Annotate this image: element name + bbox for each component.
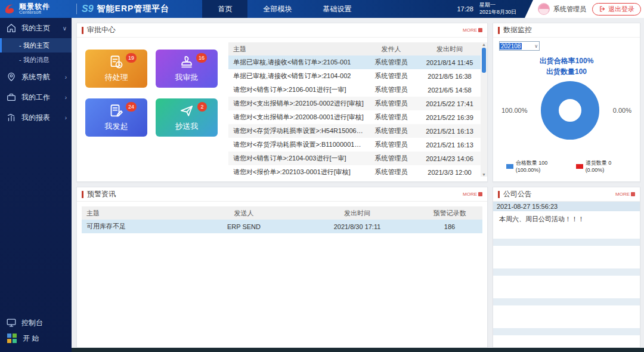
alerts-panel-header: 预警资讯 MORE xyxy=(77,187,487,202)
tab-home[interactable]: 首页 xyxy=(202,0,247,18)
col-count: 预警记录数 xyxy=(417,209,482,218)
doc-pencil-icon xyxy=(109,103,124,119)
user-avatar[interactable] xyxy=(538,3,550,15)
tab-base-settings[interactable]: 基础设置 xyxy=(307,0,367,18)
brand-logo: 顺景软件 Centersoft xyxy=(0,2,72,16)
sidebar-subitem-label: - 我的消息 xyxy=(19,55,49,64)
notice-empty-bar xyxy=(493,239,640,246)
ship-qty-text: 出货数量100 xyxy=(499,66,634,77)
row-time: 2021/5/22 17:41 xyxy=(419,100,481,107)
table-row[interactable]: 请您对<销售订单>:2106-001进行[一审] 系统管理员 2021/6/5 … xyxy=(228,83,481,97)
console-label: 控制台 xyxy=(21,318,43,328)
console-button[interactable]: 控制台 xyxy=(0,315,72,331)
header-accent xyxy=(82,27,83,34)
row-subject: 请您对<支出报销单>:202008-0001进行[审核] xyxy=(228,113,364,122)
tab-all-modules[interactable]: 全部模块 xyxy=(247,0,307,18)
table-row[interactable]: 请您对<支出报销单>:202008-0001进行[审核] 系统管理员 2021/… xyxy=(228,110,481,124)
legend-swatch-blue xyxy=(506,164,513,169)
legend-item-return: 退货数量 0 (0.00%) xyxy=(576,159,627,173)
notice-content[interactable]: 本周六、周日公司活动！！！ xyxy=(493,211,640,231)
sidebar-subitem-my-home[interactable]: - 我的主页 xyxy=(0,38,72,53)
logout-button[interactable]: 退出登录 xyxy=(592,3,641,16)
logout-label: 退出登录 xyxy=(608,5,634,14)
row-time: 2021/5/21 16:13 xyxy=(419,128,481,135)
left-percent-label: 100.00% xyxy=(501,107,527,114)
row-sender: 系统管理员 xyxy=(364,72,419,81)
monitor-panel-title: 数据监控 xyxy=(503,25,532,35)
notices-panel-header: 公司公告 MORE xyxy=(493,187,640,202)
table-row[interactable]: 请您对<销售订单>:2104-003进行[一审] 系统管理员 2021/4/23… xyxy=(228,152,481,165)
tile-cc-to-me[interactable]: 2 抄送我 xyxy=(156,98,218,137)
sidebar-item-system-nav[interactable]: 系统导航 › xyxy=(0,67,72,87)
approval-center-panel: 审批中心 MORE 19 待处理 xyxy=(76,23,488,182)
approval-more-link[interactable]: MORE xyxy=(463,27,482,33)
notice-timestamp: 2021-08-27 15:56:23 xyxy=(493,202,640,211)
monitor-summary: 出货合格率100% 出货数量100 xyxy=(499,55,634,77)
legend-item-pass: 合格数量 100 (100.00%) xyxy=(506,159,568,173)
alerts-more-link[interactable]: MORE xyxy=(463,192,482,197)
notice-empty-slot xyxy=(493,276,640,291)
weekday: 星期一 xyxy=(479,2,516,9)
topbar-user-area: 系统管理员 退出登录 xyxy=(525,0,644,18)
header-accent xyxy=(498,27,500,34)
row-time: 2021/3/3 12:00 xyxy=(419,169,481,176)
period-select[interactable]: 202108 ∨ xyxy=(499,41,540,51)
table-row[interactable]: 可用库存不足 ERP SEND 2021/8/30 17:11 186 xyxy=(82,220,482,233)
table-row[interactable]: 单据已审核,请接收<销售订单>:2104-002 系统管理员 2021/8/5 … xyxy=(228,69,481,83)
tile-label: 我审批 xyxy=(175,72,199,83)
pass-rate-text: 出货合格率100% xyxy=(499,55,634,66)
divider xyxy=(76,4,77,14)
my-approvals-count-badge: 16 xyxy=(196,53,207,63)
alerts-panel-title: 预警资讯 xyxy=(87,189,116,199)
sidebar-subitem-my-messages[interactable]: - 我的消息 xyxy=(0,53,72,67)
row-sender: 系统管理员 xyxy=(364,113,419,122)
sidebar-item-label: 系统导航 xyxy=(21,72,50,82)
row-time: 2021/5/21 16:13 xyxy=(419,141,481,149)
more-icon xyxy=(478,192,482,196)
donut-chart-area: 100.00% 0.00% xyxy=(499,78,634,143)
approval-scrollbar[interactable]: ▲ ▼ xyxy=(481,42,487,177)
scroll-down-icon[interactable]: ▼ xyxy=(482,172,486,177)
tile-initiated-by-me[interactable]: 24 我发起 xyxy=(85,98,147,137)
legend-label: 退货数量 0 (0.00%) xyxy=(586,159,627,173)
todo-doc-clock-icon xyxy=(109,54,124,70)
table-row[interactable]: 请您对<支出报销单>:202105-0002进行[审核] 系统管理员 2021/… xyxy=(228,97,481,110)
product-title: 智能ERP管理平台 xyxy=(97,4,170,14)
notices-more-link[interactable]: MORE xyxy=(615,192,635,197)
map-pin-icon xyxy=(6,72,17,82)
row-subject: 单据已审核,请接收<销售订单>:2104-002 xyxy=(228,72,364,81)
legend-label: 合格数量 100 (100.00%) xyxy=(516,159,568,173)
row-sender: 系统管理员 xyxy=(364,99,419,108)
approval-tiles: 19 待处理 16 我审批 xyxy=(85,50,218,177)
approval-table: 主题 发件人 发出时间 单据已审核,请接收<销售订单>:2105-001 系统管… xyxy=(228,42,487,177)
row-time: 2021/8/14 11:45 xyxy=(419,59,481,66)
row-subject: 请您对<支出报销单>:202105-0002进行[审核] xyxy=(228,99,364,108)
table-row[interactable]: 请您对<报价单>:202103-0001进行[审核] 系统管理员 2021/3/… xyxy=(228,165,481,179)
table-row[interactable]: 请您对<存货浮动耗损率设置>:B11000001进行[审核] 系统管理员 202… xyxy=(228,138,481,152)
more-label: MORE xyxy=(463,192,477,197)
centersoft-swirl-icon xyxy=(4,2,17,16)
sidebar-item-label: 我的工作 xyxy=(21,92,50,103)
notice-empty-bar xyxy=(493,298,640,305)
sidebar-footer: 控制台 开 始 xyxy=(0,315,72,346)
sidebar-item-my-reports[interactable]: 我的报表 › xyxy=(0,107,72,128)
sidebar-item-my-home[interactable]: 我的主页 ∨ xyxy=(0,18,72,38)
table-row[interactable]: 单据已审核,请接收<销售订单>:2105-001 系统管理员 2021/8/14… xyxy=(228,55,481,69)
tile-pending[interactable]: 19 待处理 xyxy=(85,50,147,88)
row-subject: 请您对<销售订单>:2106-001进行[一审] xyxy=(228,85,364,94)
paper-plane-icon xyxy=(179,103,194,119)
more-label: MORE xyxy=(463,27,477,33)
scroll-up-icon[interactable]: ▲ xyxy=(482,42,486,47)
col-subject: 主题 xyxy=(82,209,190,218)
bar-chart-icon xyxy=(6,112,17,123)
sidebar-item-my-work[interactable]: 我的工作 › xyxy=(0,87,72,107)
scrollbar-thumb[interactable] xyxy=(482,48,486,73)
table-row[interactable]: 请您对<存货浮动耗损率设置>:H54R15006002进行[审核] 系统管理员 … xyxy=(228,124,481,138)
start-button[interactable]: 开 始 xyxy=(0,331,72,346)
row-sender: 系统管理员 xyxy=(364,58,419,67)
row-subject: 请您对<销售订单>:2104-003进行[一审] xyxy=(228,154,364,163)
chevron-right-icon: › xyxy=(65,74,67,81)
tile-my-approvals[interactable]: 16 我审批 xyxy=(156,50,218,88)
sidebar-item-label: 我的主页 xyxy=(21,23,50,33)
company-notices-panel: 公司公告 MORE 2021-08-27 15:56:23 本周六、周日公司活动… xyxy=(493,187,640,348)
